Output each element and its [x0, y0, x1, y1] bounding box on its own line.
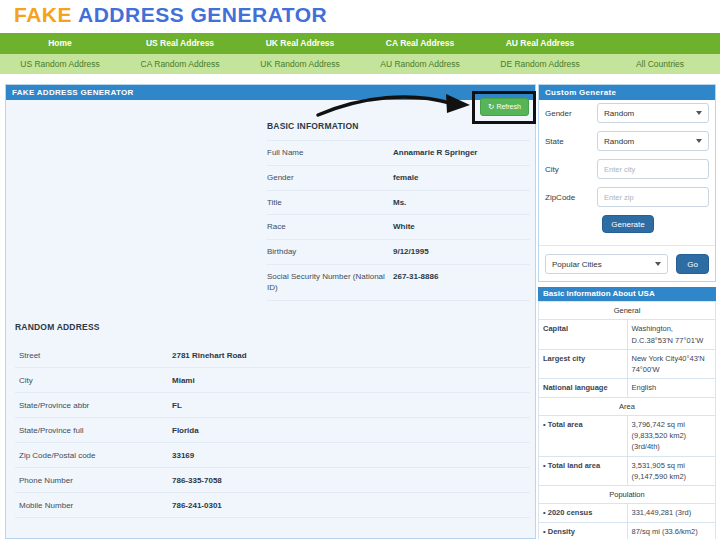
page: FAKEADDRESS GENERATOR Home US Real Addre… [0, 0, 720, 539]
table-row: • 2020 census 331,449,281 (3rd) [539, 504, 716, 522]
row-label: Race [267, 222, 393, 233]
site-logo: FAKEADDRESS GENERATOR [14, 3, 327, 27]
table-row: Social Security Number (National ID) 267… [267, 265, 530, 301]
nav-home[interactable]: Home [0, 33, 120, 54]
state-select[interactable]: Random [597, 131, 709, 151]
table-row: Full Name Annamarie R Springer [267, 141, 530, 166]
table-row: State/Province abbr FL [15, 393, 530, 418]
table-row: Race White [267, 215, 530, 240]
table-section-row: Population [539, 486, 716, 504]
row-label: • Total area [539, 415, 628, 456]
nav-all-countries[interactable]: All Countries [600, 54, 720, 74]
row-value: 3,796,742 sq mi (9,833,520 km2) (3rd/4th… [627, 415, 716, 456]
row-label: • Total land area [539, 456, 628, 486]
row-value: 9/12/1995 [393, 247, 530, 258]
section-title: Population [539, 486, 716, 504]
row-value: 331,449,281 (3rd) [627, 504, 716, 522]
go-button[interactable]: Go [676, 254, 709, 274]
basic-information-section: BASIC INFORMATION Full Name Annamarie R … [267, 121, 530, 301]
usa-info-header: Basic Information About USA [538, 287, 716, 301]
row-label: Gender [267, 173, 393, 184]
row-value: White [393, 222, 530, 233]
table-section-row: Area [539, 397, 716, 415]
popular-cities-select[interactable]: Popular Cities [545, 254, 668, 274]
row-label: Social Security Number (National ID) [267, 272, 393, 294]
row-value: FL [172, 401, 530, 410]
row-label: Zip Code/Postal code [15, 451, 172, 460]
chevron-down-icon [696, 111, 702, 115]
row-label: Full Name [267, 148, 393, 159]
row-label: • Density [539, 522, 628, 539]
table-row: Largest city New York City40°43'N 74°00'… [539, 349, 716, 379]
row-value: New York City40°43'N 74°00'W [627, 349, 716, 379]
city-input[interactable] [597, 159, 709, 179]
basic-information-table: Full Name Annamarie R Springer Gender fe… [267, 140, 530, 301]
main-panel-header: FAKE ADDRESS GENERATOR [6, 85, 535, 100]
city-field-row: City [545, 159, 709, 179]
section-title: Area [539, 397, 716, 415]
row-value: 2781 Rinehart Road [172, 351, 530, 360]
random-address-title: RANDOM ADDRESS [15, 322, 530, 332]
table-section-row: General [539, 302, 716, 320]
row-label: Birthday [267, 247, 393, 258]
logo-word-fake: FAKE [14, 3, 72, 26]
generate-button[interactable]: Generate [602, 215, 654, 233]
usa-info-table: General Capital Washington, D.C.38°53'N … [538, 301, 716, 539]
nav-uk-real-address[interactable]: UK Real Address [240, 33, 360, 54]
gender-select[interactable]: Random [597, 103, 709, 123]
custom-generate-header: Custom Generate [539, 85, 715, 100]
row-value: Ms. [393, 198, 530, 209]
refresh-button[interactable]: ↻Refresh [480, 98, 529, 116]
row-value: 267-31-8886 [393, 272, 530, 294]
state-label: State [545, 137, 564, 146]
row-label: City [15, 376, 172, 385]
row-value: 786-241-0301 [172, 501, 530, 510]
row-value: 3,531,905 sq mi (9,147,590 km2) [627, 456, 716, 486]
custom-generate-body: Gender Random State Random City ZipCode [539, 100, 715, 282]
gender-field-row: Gender Random [545, 103, 709, 123]
table-row: Capital Washington, D.C.38°53'N 77°01'W [539, 320, 716, 350]
zipcode-label: ZipCode [545, 193, 575, 202]
nav-au-real-address[interactable]: AU Real Address [480, 33, 600, 54]
row-label: Largest city [539, 349, 628, 379]
table-row: National language English [539, 379, 716, 397]
row-value: Annamarie R Springer [393, 148, 530, 159]
row-value: 87/sq mi (33.6/km2) (146th) [627, 522, 716, 539]
table-row: City Miami [15, 368, 530, 393]
table-row: • Density 87/sq mi (33.6/km2) (146th) [539, 522, 716, 539]
main-panel: FAKE ADDRESS GENERATOR BASIC INFORMATION… [5, 84, 536, 539]
chevron-down-icon [696, 139, 702, 143]
divider [539, 245, 715, 246]
table-row: Mobile Number 786-241-0301 [15, 493, 530, 518]
row-label: Capital [539, 320, 628, 350]
logo-word-address-generator: ADDRESS GENERATOR [78, 3, 327, 26]
city-label: City [545, 165, 559, 174]
gender-select-value: Random [604, 109, 634, 118]
nav-ca-real-address[interactable]: CA Real Address [360, 33, 480, 54]
popular-cities-value: Popular Cities [552, 260, 602, 269]
refresh-icon: ↻ [488, 102, 494, 111]
primary-nav: Home US Real Address UK Real Address CA … [0, 33, 720, 54]
popular-cities-row: Popular Cities Go [545, 254, 709, 274]
nav-us-real-address[interactable]: US Real Address [120, 33, 240, 54]
table-row: Title Ms. [267, 191, 530, 216]
row-label: Phone Number [15, 476, 172, 485]
row-value: female [393, 173, 530, 184]
table-row: Birthday 9/12/1995 [267, 240, 530, 265]
nav-ca-random-address[interactable]: CA Random Address [120, 54, 240, 74]
row-value: Florida [172, 426, 530, 435]
zipcode-input[interactable] [597, 187, 709, 207]
nav-de-random-address[interactable]: DE Random Address [480, 54, 600, 74]
row-label: State/Province abbr [15, 401, 172, 410]
nav-us-random-address[interactable]: US Random Address [0, 54, 120, 74]
table-row: State/Province full Florida [15, 418, 530, 443]
table-row: Street 2781 Rinehart Road [15, 343, 530, 368]
state-select-value: Random [604, 137, 634, 146]
nav-uk-random-address[interactable]: UK Random Address [240, 54, 360, 74]
refresh-button-label: Refresh [496, 103, 521, 110]
nav-au-random-address[interactable]: AU Random Address [360, 54, 480, 74]
chevron-down-icon [655, 262, 661, 266]
row-value: Washington, D.C.38°53'N 77°01'W [627, 320, 716, 350]
row-value: 33169 [172, 451, 530, 460]
table-row: Phone Number 786-335-7058 [15, 468, 530, 493]
